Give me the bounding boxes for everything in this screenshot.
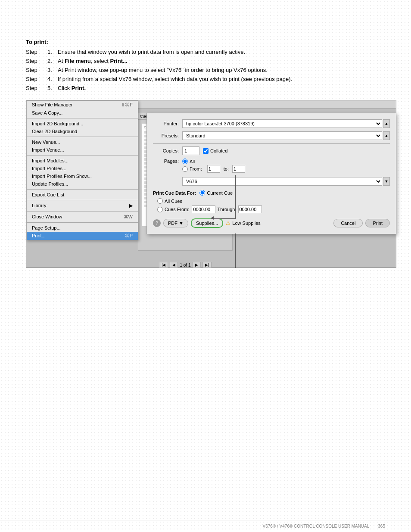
menu-show-file-manager-label: Show File Manager xyxy=(32,102,73,108)
cues-through-label: Through: xyxy=(217,207,236,212)
preview-nav: |◀ ◀ 1 of 1 ▶ ▶| xyxy=(138,262,233,268)
sep-2 xyxy=(27,137,138,137)
menu-show-file-manager[interactable]: Show File Manager ⇧⌘F xyxy=(27,101,138,109)
menu-export-cue-list[interactable]: Export Cue List xyxy=(27,191,138,199)
pages-from-row: From: to: xyxy=(182,165,247,173)
printer-up[interactable]: ▲ xyxy=(383,119,390,128)
step-2-text: At File menu, select Print... xyxy=(58,58,128,64)
printer-row: Printer: hp color LaserJet 3700 (378319)… xyxy=(153,119,390,128)
menu-close-window[interactable]: Close Window ⌘W xyxy=(27,213,138,221)
menu-page-setup[interactable]: Page Setup... xyxy=(27,224,138,232)
print-dialog: Printer: hp color LaserJet 3700 (378319)… xyxy=(146,113,396,234)
print-cue-section: Print Cue Data For: Current Cue All Cues xyxy=(153,190,390,213)
pages-row: Pages: All From: to: xyxy=(153,159,390,174)
collated-label: Collated xyxy=(210,148,227,153)
menu-import-profiles[interactable]: Import Profiles... xyxy=(27,165,138,172)
menu-library-label: Library xyxy=(32,203,47,208)
presets-up[interactable]: ▲ xyxy=(383,131,390,140)
pages-from-input[interactable] xyxy=(207,165,220,173)
pages-from-label: From: xyxy=(182,166,202,172)
menu-new-venue[interactable]: New Venue... xyxy=(27,138,138,146)
step-2: Step 2. At File menu, select Print... xyxy=(26,58,385,64)
dialog-divider xyxy=(153,143,390,144)
step-2-label: Step xyxy=(26,58,47,64)
menu-close-window-shortcut: ⌘W xyxy=(124,214,133,220)
presets-label: Presets: xyxy=(153,133,179,138)
current-cue-option: Current Cue xyxy=(199,190,233,196)
step-1-label: Step xyxy=(26,49,47,55)
sep-4 xyxy=(27,189,138,190)
print-cue-title: Print Cue Data For: xyxy=(153,190,196,196)
current-cue-label: Current Cue xyxy=(207,190,233,196)
copies-label: Copies: xyxy=(153,148,179,153)
collated-option: Collated xyxy=(203,148,227,154)
print-button[interactable]: Print xyxy=(365,219,390,227)
step-3-label: Step xyxy=(26,67,47,73)
pages-all-radio[interactable] xyxy=(182,159,188,164)
pages-from-text: From: xyxy=(190,166,202,171)
nav-prev[interactable]: ◀ xyxy=(170,262,178,268)
pdf-label: PDF ▼ xyxy=(168,221,184,226)
cues-from-radio[interactable] xyxy=(157,207,163,212)
step-4: Step 4. If printing from a special Vx76 … xyxy=(26,76,385,82)
printer-select[interactable]: hp color LaserJet 3700 (378319) xyxy=(182,119,382,128)
pages-to-input[interactable] xyxy=(232,165,245,173)
page-footer: V676® / V476® CONTROL CONSOLE USER MANUA… xyxy=(0,520,411,532)
sep-3 xyxy=(27,155,138,156)
pdf-button[interactable]: PDF ▼ xyxy=(163,219,188,227)
v676-down[interactable]: ▼ xyxy=(383,177,390,186)
help-button[interactable]: ? xyxy=(153,219,161,227)
all-cues-radio[interactable] xyxy=(157,198,163,204)
menu-import-venue[interactable]: Import Venue... xyxy=(27,146,138,154)
step-4-num: 4. xyxy=(47,76,58,82)
menu-import-profiles-show[interactable]: Import Profiles From Show... xyxy=(27,172,138,180)
supplies-button[interactable]: Supplies... xyxy=(191,218,223,228)
all-cues-option: All Cues xyxy=(157,198,182,204)
copies-input[interactable] xyxy=(182,146,199,155)
cancel-button[interactable]: Cancel xyxy=(333,219,363,227)
print-cue-header: Print Cue Data For: Current Cue xyxy=(153,190,390,196)
menu-import-modules[interactable]: Import Modules... xyxy=(27,157,138,165)
nav-first[interactable]: |◀ xyxy=(159,262,168,268)
step-5-label: Step xyxy=(26,85,47,91)
step-5-num: 5. xyxy=(47,85,58,91)
menu-print-label: Print... xyxy=(32,233,46,239)
pointer-arrow-v xyxy=(235,175,236,218)
pages-from-radio[interactable] xyxy=(182,166,188,172)
v676-select[interactable]: V676 xyxy=(182,177,382,186)
sep-5 xyxy=(27,200,138,200)
cues-through-input[interactable] xyxy=(238,205,262,213)
menu-update-profiles[interactable]: Update Profiles... xyxy=(27,180,138,188)
cues-from-input[interactable] xyxy=(192,205,215,213)
presets-stepper: ▲ xyxy=(383,131,390,140)
collated-checkbox[interactable] xyxy=(203,148,209,154)
all-cues-row: All Cues xyxy=(157,198,390,204)
pointer-line-2 xyxy=(235,233,236,268)
v676-row: V676 ▼ xyxy=(153,177,390,186)
pages-section: All From: to: xyxy=(182,159,247,174)
menu-show-file-manager-shortcut: ⇧⌘F xyxy=(121,102,133,108)
nav-next[interactable]: ▶ xyxy=(193,262,201,268)
screenshot-area: File Edit View Setup Operat Show File Ma… xyxy=(26,100,396,285)
all-cues-label: All Cues xyxy=(165,199,182,204)
presets-select[interactable]: Standard xyxy=(182,131,382,140)
menu-import-2d-bg[interactable]: Import 2D Background... xyxy=(27,120,138,128)
file-menu-dropdown: Show File Manager ⇧⌘F Save A Copy... Imp… xyxy=(26,100,138,240)
low-supplies-label: Low Supplies xyxy=(232,221,260,226)
section-title: To print: xyxy=(26,39,385,45)
menu-print-shortcut: ⌘P xyxy=(125,233,133,239)
step-3: Step 3. At Print window, use pop-up menu… xyxy=(26,67,385,73)
menu-print[interactable]: Print... ⌘P xyxy=(27,232,138,240)
cues-from-option: Cues From: xyxy=(157,207,189,212)
menu-clear-2d-bg[interactable]: Clear 2D Background xyxy=(27,128,138,135)
instructions-section: To print: Step 1. Ensure that window you… xyxy=(26,39,385,91)
v676-stepper: ▼ xyxy=(383,177,390,186)
menu-save-copy[interactable]: Save A Copy... xyxy=(27,109,138,117)
pages-to-label: to: xyxy=(224,166,229,171)
nav-last[interactable]: ▶| xyxy=(202,262,212,268)
step-1: Step 1. Ensure that window you wish to p… xyxy=(26,49,385,55)
menu-library-arrow: ▶ xyxy=(129,203,133,208)
current-cue-radio[interactable] xyxy=(199,190,205,196)
dialog-footer-left: ? PDF ▼ Supplies... ⚠ Low Supplies xyxy=(153,218,331,228)
menu-library[interactable]: Library ▶ xyxy=(27,202,138,210)
